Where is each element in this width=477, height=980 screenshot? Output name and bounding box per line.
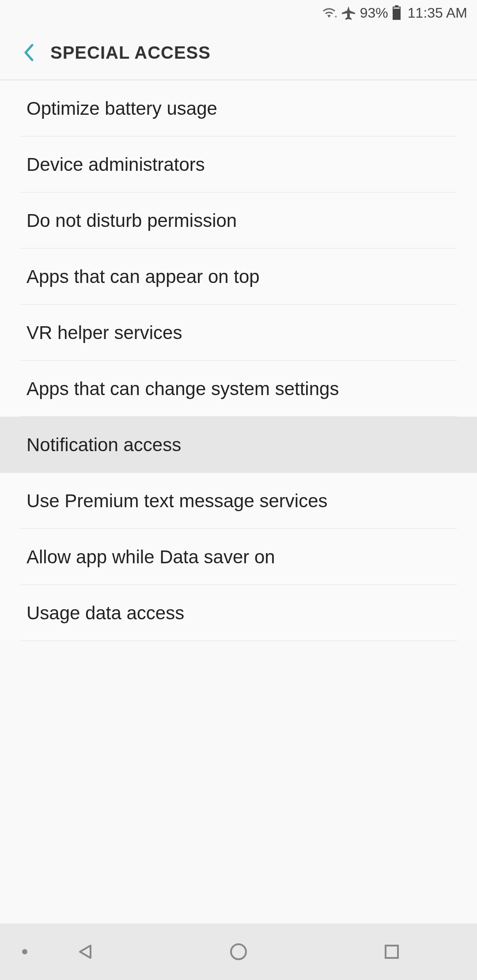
nav-home-button[interactable] (223, 936, 254, 967)
nav-back-button[interactable] (70, 936, 101, 967)
settings-list: Optimize battery usage Device administra… (0, 80, 477, 641)
circle-home-icon (229, 942, 248, 961)
item-label: Device administrators (26, 154, 205, 175)
item-label: Use Premium text message services (26, 490, 328, 512)
square-recents-icon (383, 943, 401, 961)
list-item-notification-access[interactable]: Notification access (0, 417, 477, 473)
list-item-data-saver[interactable]: Allow app while Data saver on (0, 529, 477, 585)
battery-percentage: 93% (360, 5, 388, 21)
svg-rect-3 (394, 8, 400, 9)
navigation-bar (0, 923, 477, 980)
item-label: Notification access (26, 434, 181, 456)
item-label: VR helper services (26, 322, 182, 343)
item-label: Allow app while Data saver on (26, 547, 275, 568)
item-label: Apps that can change system settings (26, 378, 339, 400)
battery-icon (392, 5, 401, 20)
airplane-icon (341, 5, 356, 20)
page-title: SPECIAL ACCESS (50, 43, 211, 63)
list-item-apps-on-top[interactable]: Apps that can appear on top (0, 249, 477, 305)
svg-text:+: + (334, 14, 337, 19)
status-time: 11:35 AM (408, 5, 467, 21)
item-label: Optimize battery usage (26, 98, 217, 119)
list-item-premium-sms[interactable]: Use Premium text message services (0, 473, 477, 529)
list-item-optimize-battery[interactable]: Optimize battery usage (0, 80, 477, 136)
item-label: Usage data access (26, 603, 184, 624)
wifi-icon: + (321, 6, 337, 19)
list-item-dnd-permission[interactable]: Do not disturb permission (0, 192, 477, 249)
list-item-device-administrators[interactable]: Device administrators (0, 136, 477, 192)
list-item-vr-helper[interactable]: VR helper services (0, 305, 477, 361)
list-item-usage-data[interactable]: Usage data access (0, 585, 477, 641)
chevron-left-icon (23, 43, 34, 62)
back-button[interactable] (16, 40, 42, 65)
app-header: SPECIAL ACCESS (0, 26, 477, 80)
svg-point-4 (231, 944, 246, 959)
nav-recents-button[interactable] (376, 936, 407, 967)
triangle-back-icon (76, 942, 95, 961)
svg-rect-5 (386, 946, 398, 958)
status-bar: + 93% 11:35 AM (0, 0, 477, 26)
item-label: Do not disturb permission (26, 210, 237, 231)
list-item-apps-system-settings[interactable]: Apps that can change system settings (0, 361, 477, 417)
item-label: Apps that can appear on top (26, 266, 260, 287)
nav-dot-indicator (22, 949, 27, 954)
svg-rect-1 (395, 5, 398, 7)
